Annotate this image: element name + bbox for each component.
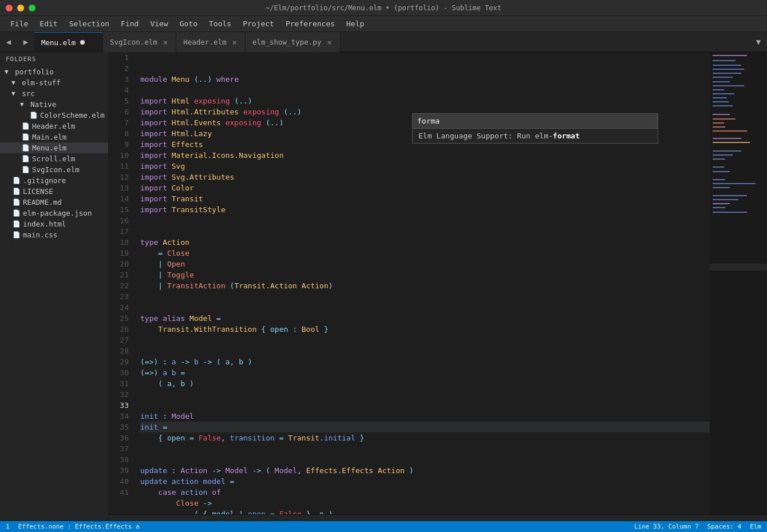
sidebar-item-label: Main.elm xyxy=(32,133,66,141)
minimize-button[interactable] xyxy=(17,5,24,11)
code-line-14 xyxy=(140,215,710,226)
line-number-33: 33 xyxy=(109,400,129,411)
sidebar-item-label: elm-package.json xyxy=(23,209,92,217)
tab-close-icon[interactable]: × xyxy=(162,38,169,47)
code-line-3: import Html exposing (..) xyxy=(140,96,710,106)
code-line-21 xyxy=(140,291,710,302)
tab-close-icon[interactable]: × xyxy=(326,38,333,47)
tab-nav-prev[interactable]: ◀ xyxy=(0,32,17,51)
menu-item-selection[interactable]: Selection xyxy=(64,17,115,30)
code-line-8: import Material.Icons.Navigation xyxy=(140,150,710,161)
menu-item-help[interactable]: Help xyxy=(341,17,370,30)
line-number-41: 41 xyxy=(109,487,129,498)
code-line-23: type alias Model = xyxy=(140,313,710,324)
statusbar-line-col: Line 33, Column 7 xyxy=(634,523,699,530)
sidebar-item-label: src xyxy=(22,89,35,98)
code-line-38: update action model = xyxy=(140,476,710,487)
line-number-30: 30 xyxy=(109,367,129,378)
line-number-12: 12 xyxy=(109,172,129,182)
sidebar-item-colorscheme[interactable]: 📄 ColorScheme.elm xyxy=(0,110,108,121)
svg-rect-14 xyxy=(713,114,730,115)
sidebar-item-elm-package[interactable]: 📄 elm-package.json xyxy=(0,208,108,219)
svg-rect-4 xyxy=(713,69,744,70)
tab-nav-next[interactable]: ▶ xyxy=(17,32,34,51)
menu-item-edit[interactable]: Edit xyxy=(34,17,63,30)
close-button[interactable] xyxy=(6,5,13,11)
line-number-18: 18 xyxy=(109,237,129,248)
sidebar-item-main[interactable]: 📄 Main.elm xyxy=(0,132,108,142)
line-number-1: 1 xyxy=(109,52,129,63)
tab-dropdown[interactable]: ▼ xyxy=(750,32,767,51)
line-number-9: 9 xyxy=(109,139,129,150)
code-line-2 xyxy=(140,85,710,96)
tab-close-icon[interactable]: × xyxy=(231,38,238,47)
sidebar-item-label: SvgIcon.elm xyxy=(32,165,80,174)
maximize-button[interactable] xyxy=(29,5,35,11)
statusbar-spaces: Spaces: 4 xyxy=(707,523,742,530)
sidebar-item-portfolio[interactable]: ▼ portfolio xyxy=(0,66,108,77)
menu-item-preferences[interactable]: Preferences xyxy=(280,17,341,30)
tab-elm-show-type[interactable]: elm_show_type.py × xyxy=(246,32,341,52)
autocomplete-popup[interactable]: forma Elm Language Support: Run elm-form… xyxy=(412,113,658,144)
menu-item-tools[interactable]: Tools xyxy=(203,17,237,30)
line-numbers: 1234567891011121314151617181920212223242… xyxy=(109,52,135,514)
file-icon: 📄 xyxy=(22,155,30,162)
horizontal-scrollbar[interactable] xyxy=(109,514,767,521)
tab-svgicon-elm[interactable]: SvgIcon.elm × xyxy=(103,32,176,52)
tab-label: SvgIcon.elm xyxy=(110,38,157,46)
code-line-15 xyxy=(140,226,710,237)
svg-rect-19 xyxy=(713,138,741,139)
svg-rect-33 xyxy=(713,212,747,213)
line-number-20: 20 xyxy=(109,259,129,269)
tab-menu-elm[interactable]: Menu.elm xyxy=(34,32,103,52)
code-line-37: update : Action -> Model -> ( Model, Eff… xyxy=(140,465,710,476)
autocomplete-search-input[interactable]: forma xyxy=(417,117,653,125)
code-line-32: init : Model xyxy=(140,411,710,422)
line-number-35: 35 xyxy=(109,422,129,432)
code-line-40: Close -> xyxy=(140,498,710,509)
sidebar-item-elm-stuff[interactable]: ▼ elm-stuff xyxy=(0,77,108,88)
sidebar-item-index[interactable]: 📄 index.html xyxy=(0,219,108,229)
sidebar-item-menu[interactable]: 📄 Menu.elm xyxy=(0,142,108,153)
line-number-24: 24 xyxy=(109,302,129,313)
autocomplete-input[interactable]: forma xyxy=(413,114,658,129)
code-line-39: case action of xyxy=(140,487,710,498)
svg-rect-27 xyxy=(713,183,756,184)
line-number-36: 36 xyxy=(109,432,129,443)
file-icon: 📄 xyxy=(13,198,21,206)
sidebar-item-svgicon[interactable]: 📄 SvgIcon.elm xyxy=(0,164,108,175)
menu-item-goto[interactable]: Goto xyxy=(174,17,203,30)
code-line-11: import Color xyxy=(140,182,710,193)
menu-item-file[interactable]: File xyxy=(5,17,34,30)
file-icon: 📄 xyxy=(22,144,30,152)
folder-open-icon: ▼ xyxy=(11,90,15,97)
menu-item-find[interactable]: Find xyxy=(115,17,144,30)
code-line-9: import Svg xyxy=(140,161,710,172)
minimap xyxy=(710,52,767,514)
tab-label: Menu.elm xyxy=(41,38,76,47)
code-line-13: import TransitStyle xyxy=(140,204,710,215)
sidebar-item-label: Header.elm xyxy=(32,122,75,130)
svg-rect-20 xyxy=(713,142,750,143)
autocomplete-item[interactable]: Elm Language Support: Run elm-format xyxy=(413,129,658,143)
code-line-28: (=>) a b = xyxy=(140,367,710,378)
window-controls[interactable] xyxy=(6,5,35,11)
sidebar-item-scroll[interactable]: 📄 Scroll.elm xyxy=(0,153,108,164)
sidebar-item-license[interactable]: 📄 LICENSE xyxy=(0,186,108,197)
sidebar-item-header[interactable]: 📄 Header.elm xyxy=(0,121,108,132)
code-line-19: | Toggle xyxy=(140,269,710,280)
statusbar: 1 Effects.none : Effects.Effects a Line … xyxy=(0,521,767,532)
sidebar-item-readme[interactable]: 📄 README.md xyxy=(0,197,108,208)
line-number-21: 21 xyxy=(109,269,129,280)
sidebar-item-main-css[interactable]: 📄 main.css xyxy=(0,229,108,240)
sidebar-item-native[interactable]: ▼ Native xyxy=(0,99,108,110)
sidebar-item-gitignore[interactable]: 📄 .gitignore xyxy=(0,175,108,186)
svg-rect-28 xyxy=(713,187,730,188)
menu-item-view[interactable]: View xyxy=(144,17,173,30)
tab-header-elm[interactable]: Header.elm × xyxy=(176,32,246,52)
menu-item-project[interactable]: Project xyxy=(237,17,280,30)
sidebar-item-src[interactable]: ▼ src xyxy=(0,88,108,99)
code-line-25 xyxy=(140,335,710,346)
file-icon: 📄 xyxy=(30,112,38,119)
line-number-39: 39 xyxy=(109,465,129,476)
